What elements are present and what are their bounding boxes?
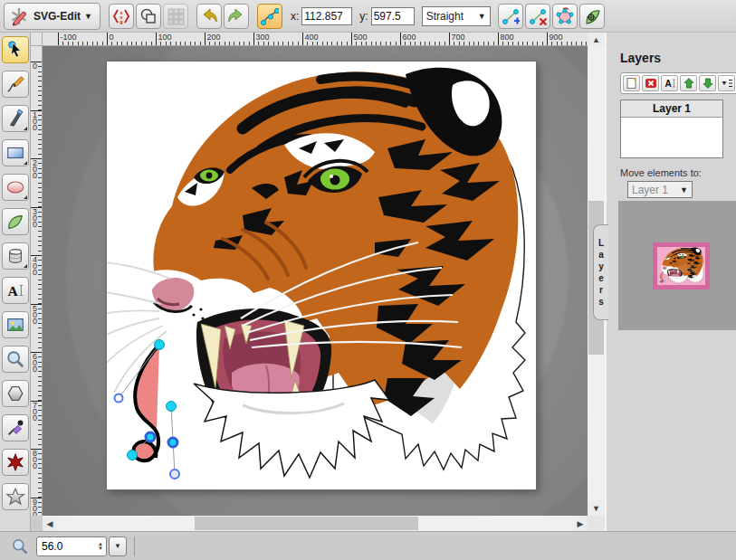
image-tool-icon <box>5 315 25 335</box>
ruler-tick: 300 <box>253 33 254 45</box>
shape-library-icon <box>5 246 25 266</box>
layer-thumbnail <box>653 242 710 289</box>
line-tool-icon <box>5 109 25 128</box>
grid-button[interactable] <box>163 4 188 29</box>
ruler-tick: 0 <box>31 62 42 62</box>
ruler-tick: 5 0 0 <box>31 304 42 305</box>
chevron-down-icon: ▼ <box>114 542 121 550</box>
star-tool-button[interactable] <box>2 483 29 510</box>
delete-node-icon <box>529 7 547 25</box>
layers-side-tab[interactable]: L a y e r s <box>593 224 608 320</box>
layers-panel-title: Layers <box>620 51 736 65</box>
new-layer-icon <box>626 77 638 90</box>
path-edit-icon <box>261 7 279 25</box>
text-tool-icon: A <box>5 280 25 300</box>
ruler-tick: 800 <box>498 33 499 45</box>
spiro-tool-button[interactable] <box>2 449 29 476</box>
zoom-tool-icon <box>5 349 25 369</box>
menu-label: SVG-Edit <box>33 10 81 23</box>
close-path-icon <box>556 7 574 25</box>
move-layer-up-button[interactable] <box>680 75 697 91</box>
control-point[interactable] <box>167 402 177 412</box>
path-edit-overlay[interactable] <box>115 340 180 479</box>
ruler-tick: 3 0 0 <box>31 207 42 208</box>
zoom-level-input[interactable] <box>40 539 80 554</box>
zoom-tool-button[interactable] <box>2 346 29 373</box>
ruler-tick: 9 0 0 <box>31 498 42 498</box>
undo-icon <box>200 7 218 25</box>
pencil-tool-button[interactable] <box>2 71 29 98</box>
add-node-button[interactable] <box>498 4 523 29</box>
scroll-up-button[interactable]: ▲ <box>588 33 605 47</box>
control-handle[interactable] <box>115 394 123 403</box>
spinner-down-icon: ▼ <box>98 546 103 551</box>
ruler-tick: 200 <box>205 33 206 45</box>
ruler-corner <box>31 33 43 46</box>
line-tool-button[interactable] <box>2 105 29 132</box>
thumbnail-artwork <box>657 247 705 285</box>
shapes-overlap-button[interactable] <box>136 4 161 29</box>
source-code-button[interactable]: s v g <box>109 4 134 29</box>
ellipse-tool-icon <box>5 177 25 197</box>
scroll-left-button[interactable]: ◀ <box>43 516 57 531</box>
move-layer-down-button[interactable] <box>699 75 716 91</box>
segment-type-select[interactable]: Straight ▼ <box>422 6 491 26</box>
main-toolbar: SVG-Edit ▼ s v g <box>0 0 736 33</box>
scroll-down-button[interactable]: ▼ <box>588 501 605 516</box>
horizontal-scrollbar[interactable]: ◀ ▶ <box>43 516 588 531</box>
canvas-artwork[interactable] <box>107 62 536 489</box>
reorient-path-button[interactable] <box>579 4 605 29</box>
control-point-selected[interactable] <box>146 432 155 441</box>
workspace[interactable] <box>43 46 588 516</box>
layer-down-icon <box>702 77 714 90</box>
delete-layer-icon <box>645 77 657 90</box>
layers-panel: Layers A <box>607 33 736 531</box>
svg-canvas[interactable] <box>107 62 536 489</box>
zoom-level-box: ▲ ▼ <box>36 536 107 556</box>
scroll-right-button[interactable]: ▶ <box>573 516 588 531</box>
shape-library-button[interactable] <box>2 242 29 270</box>
image-tool-button[interactable] <box>2 311 29 338</box>
layer-menu-button[interactable] <box>718 75 735 91</box>
horizontal-scroll-thumb[interactable] <box>195 517 418 530</box>
control-handle[interactable] <box>170 470 179 479</box>
move-elements-select[interactable]: Layer 1 ▼ <box>627 181 693 198</box>
layer-list-body[interactable] <box>621 118 722 157</box>
rectangle-tool-button[interactable] <box>2 139 29 166</box>
ruler-tick: 900 <box>547 33 548 45</box>
scrollbar-corner <box>588 516 605 531</box>
zoom-preset-dropdown[interactable]: ▼ <box>109 536 127 556</box>
path-tool-button[interactable] <box>2 208 29 235</box>
tiger-drawing[interactable] <box>107 68 525 478</box>
main-menu-button[interactable]: SVG-Edit ▼ <box>4 3 100 30</box>
y-coordinate-input[interactable] <box>371 7 415 25</box>
tool-palette: A <box>0 33 31 531</box>
select-tool-icon <box>5 40 25 60</box>
control-point[interactable] <box>155 340 165 350</box>
delete-node-button[interactable] <box>525 4 550 29</box>
zoom-spinner[interactable]: ▲ ▼ <box>98 542 103 551</box>
polygon-tool-button[interactable] <box>2 380 29 407</box>
ruler-tick: 6 0 0 <box>31 352 42 353</box>
x-coordinate-input[interactable] <box>301 7 352 25</box>
delete-layer-button[interactable] <box>642 75 659 91</box>
eyedropper-tool-button[interactable] <box>2 414 29 441</box>
text-tool-button[interactable]: A <box>2 277 29 304</box>
rename-layer-button[interactable]: A <box>661 75 678 91</box>
layer-menu-icon <box>721 77 733 90</box>
new-layer-button[interactable] <box>623 75 640 91</box>
x-label: x: <box>291 10 299 23</box>
layer-row[interactable]: Layer 1 <box>621 100 722 118</box>
ellipse-tool-button[interactable] <box>2 174 29 201</box>
control-point-selected[interactable] <box>168 438 177 447</box>
ruler-tick: 100 <box>156 33 157 45</box>
move-elements-value: Layer 1 <box>632 184 668 196</box>
chevron-down-icon: ▼ <box>84 12 92 21</box>
select-tool-button[interactable] <box>2 36 29 63</box>
close-path-button[interactable] <box>552 4 578 29</box>
redo-button[interactable] <box>224 4 249 29</box>
zoom-icon <box>11 537 29 555</box>
path-edit-mode-button[interactable] <box>257 4 282 29</box>
undo-button[interactable] <box>196 4 222 29</box>
control-point[interactable] <box>128 451 138 460</box>
